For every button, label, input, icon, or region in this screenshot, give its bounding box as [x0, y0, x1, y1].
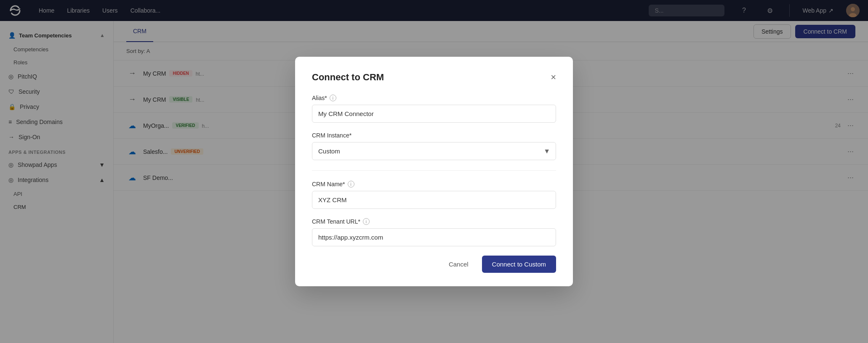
- crm-name-input[interactable]: [312, 191, 556, 209]
- alias-input[interactable]: [312, 105, 556, 123]
- crm-instance-form-group: CRM Instance* CustomSalesforceHubSpotMic…: [312, 132, 556, 160]
- alias-info-icon[interactable]: i: [330, 95, 336, 101]
- modal-overlay[interactable]: Connect to CRM × Alias* i CRM Instance* …: [0, 0, 868, 343]
- crm-instance-select[interactable]: CustomSalesforceHubSpotMicrosoft Dynamic…: [312, 142, 556, 160]
- connect-custom-button[interactable]: Connect to Custom: [482, 256, 556, 273]
- crm-instance-label: CRM Instance*: [312, 132, 556, 139]
- crm-name-info-icon[interactable]: i: [348, 181, 354, 187]
- modal-footer: Cancel Connect to Custom: [312, 256, 556, 273]
- modal-divider: [312, 170, 556, 171]
- crm-name-form-group: CRM Name* i: [312, 181, 556, 209]
- crm-tenant-input[interactable]: [312, 228, 556, 246]
- crm-tenant-form-group: CRM Tenant URL* i: [312, 218, 556, 246]
- modal-close-button[interactable]: ×: [551, 73, 556, 82]
- crm-tenant-label: CRM Tenant URL* i: [312, 218, 556, 225]
- crm-instance-select-wrapper: CustomSalesforceHubSpotMicrosoft Dynamic…: [312, 142, 556, 160]
- crm-tenant-info-icon[interactable]: i: [363, 218, 370, 225]
- alias-label: Alias* i: [312, 95, 556, 101]
- modal-title: Connect to CRM: [312, 72, 384, 83]
- cancel-button[interactable]: Cancel: [441, 256, 476, 273]
- alias-form-group: Alias* i: [312, 95, 556, 123]
- crm-name-label: CRM Name* i: [312, 181, 556, 187]
- connect-crm-modal: Connect to CRM × Alias* i CRM Instance* …: [295, 57, 573, 286]
- modal-header: Connect to CRM ×: [312, 72, 556, 83]
